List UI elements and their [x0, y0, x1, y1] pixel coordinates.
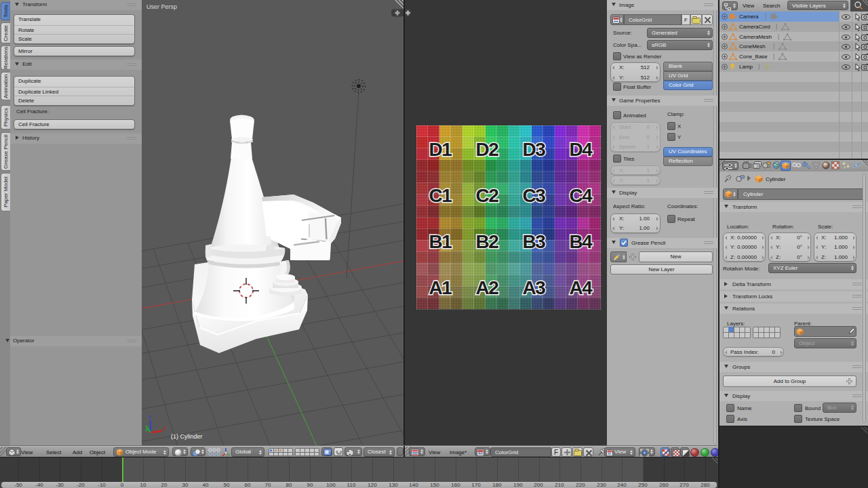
svg-text:User Persp: User Persp: [146, 3, 177, 10]
svg-text:z: z: [149, 413, 151, 420]
svg-text:(1) Cylinder: (1) Cylinder: [171, 433, 203, 440]
svg-text:x: x: [163, 426, 166, 430]
